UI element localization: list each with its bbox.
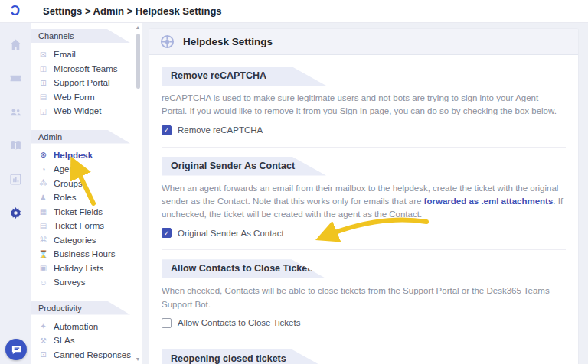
sla-icon: ⚒ bbox=[38, 336, 48, 345]
helpdesk-icon: ⊛ bbox=[38, 151, 48, 159]
sidebar-item-business-hours[interactable]: ⌛ Business Hours bbox=[31, 247, 142, 262]
desk365-logo-icon: Ɔ bbox=[11, 3, 20, 19]
bar-chart-icon bbox=[9, 173, 22, 186]
original-sender-checkbox[interactable]: ✓ bbox=[162, 228, 172, 238]
ticket-fields-icon: ▦ bbox=[38, 207, 48, 216]
holiday-lists-icon: ▣ bbox=[38, 264, 48, 272]
nav-settings[interactable] bbox=[6, 203, 24, 222]
section-heading: Reopening closed tickets bbox=[162, 349, 326, 364]
scroll-down-icon[interactable]: ▼ bbox=[135, 356, 141, 362]
section-reopening-closed-tickets: Reopening closed tickets What should hap… bbox=[162, 349, 566, 364]
sidebar-item-slas[interactable]: ⚒ SLAs bbox=[31, 333, 142, 348]
card-body: Remove reCAPTCHA reCAPTCHA is used to ma… bbox=[149, 55, 578, 364]
nav-knowledge-base[interactable] bbox=[6, 136, 24, 154]
settings-sidebar: Channels ✉ Email ◫ Microsoft Teams ⊞ Sup… bbox=[31, 23, 142, 364]
section-original-sender: Original Sender As Contact When an agent… bbox=[162, 157, 566, 240]
app-logo[interactable]: Ɔ bbox=[0, 0, 31, 23]
helpdesk-settings-card: Helpdesk Settings Remove reCAPTCHA reCAP… bbox=[149, 29, 578, 364]
divider bbox=[162, 340, 566, 340]
section-description: reCAPTCHA is used to make sure legitimat… bbox=[162, 92, 566, 119]
sidebar-item-web-widget[interactable]: ◱ Web Widget bbox=[31, 104, 142, 119]
section-remove-recaptcha: Remove reCAPTCHA reCAPTCHA is used to ma… bbox=[162, 67, 566, 137]
sidebar-item-canned-responses[interactable]: ⊡ Canned Responses bbox=[31, 348, 142, 362]
email-icon: ✉ bbox=[38, 50, 48, 59]
nav-rail bbox=[0, 23, 31, 364]
section-heading: Original Sender As Contact bbox=[162, 157, 326, 176]
checkbox-label[interactable]: Remove reCAPTCHA bbox=[178, 125, 263, 135]
roles-icon: ♟ bbox=[38, 193, 48, 202]
web-widget-icon: ◱ bbox=[38, 107, 48, 115]
sidebar-item-surveys[interactable]: ☺ Surveys bbox=[31, 275, 142, 290]
sidebar-item-categories[interactable]: ⌘ Categories bbox=[31, 233, 142, 248]
section-heading: Remove reCAPTCHA bbox=[162, 67, 326, 86]
nav-home[interactable] bbox=[6, 35, 24, 54]
sidebar-item-microsoft-teams[interactable]: ◫ Microsoft Teams bbox=[31, 62, 142, 76]
top-header: Ɔ Settings > Admin > Helpdesk Settings bbox=[0, 0, 588, 23]
home-icon bbox=[9, 38, 22, 51]
automation-icon: ✦ bbox=[38, 322, 48, 330]
helpdesk-buoy-icon bbox=[160, 34, 175, 49]
section-heading: Allow Contacts to Close Tickets bbox=[162, 259, 326, 278]
nav-tickets[interactable] bbox=[6, 69, 24, 87]
sidebar-scrollbar[interactable]: ▲ ▼ bbox=[135, 24, 141, 362]
sidebar-item-ticket-forms[interactable]: ▤ Ticket Forms bbox=[31, 219, 142, 233]
nav-contacts[interactable] bbox=[6, 102, 24, 121]
breadcrumb: Settings > Admin > Helpdesk Settings bbox=[31, 5, 222, 17]
remove-recaptcha-checkbox[interactable]: ✓ bbox=[162, 125, 172, 135]
sidebar-item-support-portal[interactable]: ⊞ Support Portal bbox=[31, 76, 142, 90]
nav-reports[interactable] bbox=[6, 170, 24, 188]
helpdesk-settings-page: Ɔ Settings > Admin > Helpdesk Settings C… bbox=[0, 0, 588, 364]
sidebar-item-helpdesk[interactable]: ⊛ Helpdesk bbox=[31, 148, 142, 163]
checkbox-label[interactable]: Original Sender As Contact bbox=[178, 229, 284, 238]
book-icon bbox=[9, 139, 22, 152]
sidebar-item-agents[interactable]: ◔ Agents bbox=[31, 162, 142, 177]
main-content: Helpdesk Settings Remove reCAPTCHA reCAP… bbox=[142, 23, 588, 364]
eml-attachments-link[interactable]: forwarded as .eml attachments bbox=[424, 197, 554, 206]
groups-icon: ⁂ bbox=[38, 179, 48, 187]
business-hours-icon: ⌛ bbox=[38, 250, 48, 258]
sidebar-item-web-form[interactable]: ▤ Web Form bbox=[31, 90, 142, 105]
scroll-up-icon[interactable]: ▲ bbox=[135, 24, 141, 31]
portal-icon: ⊞ bbox=[38, 79, 48, 87]
sidebar-item-automation[interactable]: ✦ Automation bbox=[31, 320, 142, 334]
gear-icon bbox=[9, 206, 22, 219]
sidebar-item-holiday-lists[interactable]: ▣ Holiday Lists bbox=[31, 262, 142, 276]
section-description: When an agent forwards an email from the… bbox=[162, 182, 566, 222]
section-description: When checked, Contacts will be able to c… bbox=[162, 284, 566, 311]
sidebar-item-groups[interactable]: ⁂ Groups bbox=[31, 177, 142, 191]
divider bbox=[162, 249, 566, 250]
sidebar-item-email[interactable]: ✉ Email bbox=[31, 47, 142, 62]
section-allow-contacts-close: Allow Contacts to Close Tickets When che… bbox=[162, 259, 566, 330]
web-form-icon: ▤ bbox=[38, 93, 48, 101]
categories-icon: ⌘ bbox=[38, 236, 48, 244]
scrollbar-thumb[interactable] bbox=[136, 34, 140, 89]
agent-icon: ◔ bbox=[38, 165, 48, 174]
allow-contacts-close-checkbox[interactable] bbox=[162, 318, 172, 328]
sidebar-item-roles[interactable]: ♟ Roles bbox=[31, 190, 142, 205]
teams-icon: ◫ bbox=[38, 64, 48, 73]
surveys-icon: ☺ bbox=[38, 278, 48, 287]
divider bbox=[162, 147, 566, 148]
chat-bubble-icon bbox=[11, 344, 22, 356]
ticket-forms-icon: ▤ bbox=[38, 222, 48, 230]
sidebar-item-ticket-fields[interactable]: ▦ Ticket Fields bbox=[31, 205, 142, 219]
sidebar-section-productivity: Productivity bbox=[31, 301, 130, 315]
chat-fab[interactable] bbox=[5, 339, 27, 360]
people-icon bbox=[9, 106, 22, 119]
checkbox-label[interactable]: Allow Contacts to Close Tickets bbox=[178, 318, 300, 327]
ticket-icon bbox=[9, 72, 22, 85]
sidebar-section-channels: Channels bbox=[31, 29, 130, 43]
card-title-bar: Helpdesk Settings bbox=[149, 29, 578, 55]
sidebar-section-admin: Admin bbox=[31, 130, 130, 144]
canned-responses-icon: ⊡ bbox=[38, 350, 48, 359]
page-title: Helpdesk Settings bbox=[183, 36, 273, 47]
